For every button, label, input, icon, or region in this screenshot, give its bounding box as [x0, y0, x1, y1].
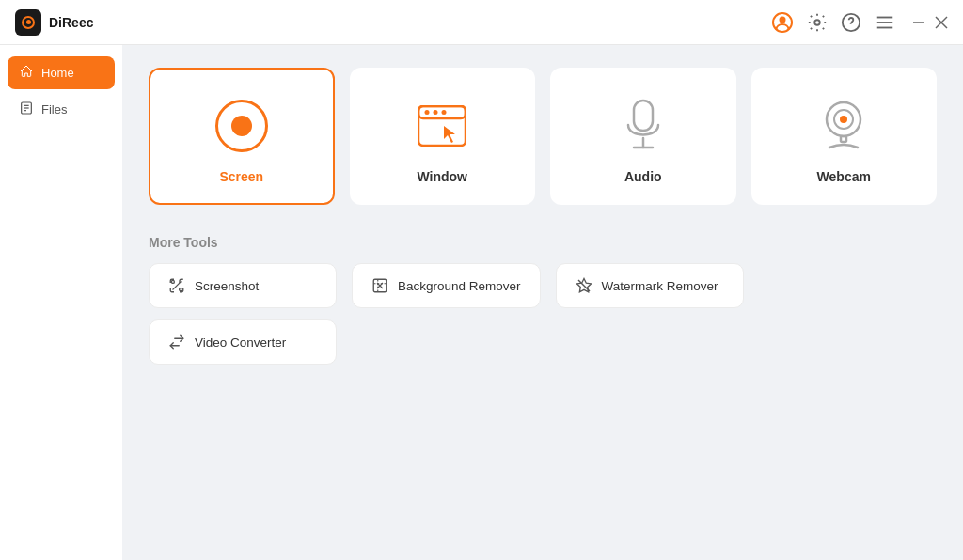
audio-card[interactable]: Audio	[550, 68, 736, 205]
sidebar: Home Files	[0, 45, 122, 560]
help-icon[interactable]	[841, 12, 861, 33]
feature-cards-row: Screen Window	[149, 68, 937, 205]
screen-icon-inner	[231, 116, 252, 136]
watermark-remover-tool[interactable]: Watermark Remover	[556, 263, 744, 308]
svg-point-28	[180, 288, 182, 291]
webcam-card-label: Webcam	[817, 169, 871, 184]
title-bar: DiReec	[0, 0, 963, 45]
home-icon	[19, 64, 34, 82]
webcam-card-icon	[820, 96, 867, 156]
minimize-button[interactable]	[912, 16, 925, 29]
tools-row-1: Screenshot Background Remover	[149, 263, 937, 308]
settings-icon[interactable]	[807, 12, 828, 33]
svg-point-16	[425, 110, 430, 115]
tools-grid: Screenshot Background Remover	[149, 263, 937, 365]
window-card-label: Window	[417, 169, 467, 184]
audio-card-icon	[623, 96, 664, 156]
logo-dot	[26, 20, 31, 24]
files-icon	[19, 101, 34, 118]
screenshot-tool[interactable]: Screenshot	[149, 263, 337, 308]
svg-rect-25	[841, 136, 846, 142]
close-button[interactable]	[935, 16, 948, 29]
tools-row-2: Video Converter	[149, 319, 937, 365]
background-remover-icon	[371, 277, 388, 294]
title-bar-left: DiReec	[15, 9, 93, 36]
svg-point-2	[814, 20, 820, 25]
sidebar-home-label: Home	[41, 66, 74, 80]
watermark-remover-icon	[576, 277, 592, 294]
screenshot-label: Screenshot	[195, 279, 259, 293]
profile-icon[interactable]	[771, 11, 794, 34]
webcam-card[interactable]: Webcam	[751, 68, 938, 205]
app-title: DiReec	[49, 15, 93, 30]
app-logo	[15, 9, 41, 36]
main-layout: Home Files	[0, 45, 963, 560]
svg-point-17	[434, 110, 438, 115]
content-area: Screen Window	[122, 45, 963, 560]
svg-rect-19	[634, 101, 653, 131]
window-controls	[912, 16, 948, 29]
svg-point-27	[171, 280, 174, 283]
screenshot-icon	[168, 277, 185, 294]
window-card[interactable]: Window	[350, 68, 536, 205]
title-bar-right	[771, 11, 948, 34]
screen-icon-outer	[215, 100, 268, 152]
svg-point-18	[442, 110, 447, 115]
sidebar-item-home[interactable]: Home	[8, 56, 115, 89]
watermark-remover-label: Watermark Remover	[602, 279, 718, 293]
sidebar-files-label: Files	[41, 102, 67, 117]
screen-card-label: Screen	[219, 169, 263, 184]
background-remover-label: Background Remover	[398, 279, 521, 293]
svg-point-24	[840, 116, 847, 123]
screen-card-icon	[215, 96, 268, 156]
background-remover-tool[interactable]: Background Remover	[352, 263, 541, 308]
more-tools-title: More Tools	[149, 235, 937, 250]
audio-card-label: Audio	[624, 169, 662, 184]
video-converter-label: Video Converter	[195, 335, 286, 350]
video-converter-icon	[168, 334, 185, 350]
menu-icon[interactable]	[875, 12, 895, 33]
more-tools-section: More Tools	[149, 235, 937, 365]
window-card-icon	[418, 96, 466, 156]
screen-card[interactable]: Screen	[149, 68, 335, 205]
logo-ring	[22, 16, 35, 29]
svg-point-1	[780, 16, 786, 23]
sidebar-item-files[interactable]: Files	[8, 93, 115, 126]
video-converter-tool[interactable]: Video Converter	[149, 319, 337, 365]
